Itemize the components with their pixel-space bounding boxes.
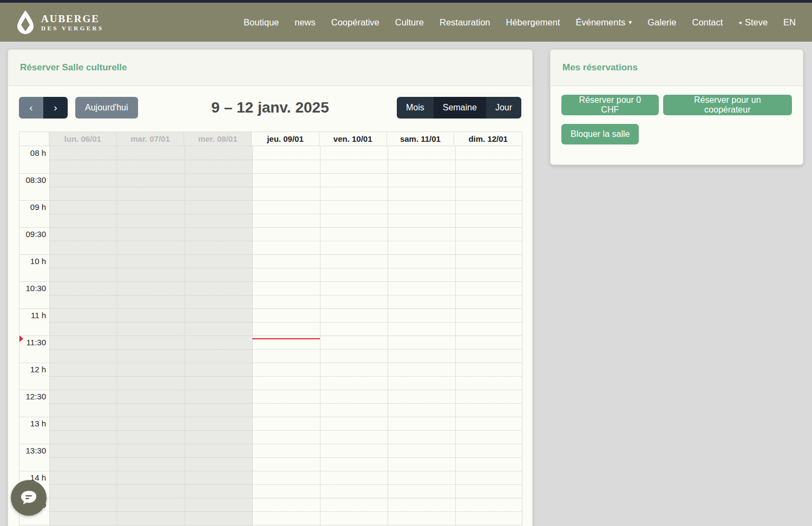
reservations-card-title: Mes réservations bbox=[562, 62, 638, 73]
day-column-5[interactable] bbox=[388, 146, 455, 526]
time-label-7: 11:30 bbox=[19, 338, 46, 347]
nav-item-label: Restauration bbox=[440, 17, 490, 28]
slot-line bbox=[19, 200, 522, 201]
reservations-card-body: Réserver pour 0 CHF Réserver pour un coo… bbox=[551, 86, 803, 155]
brand-line2: DES VERGERS bbox=[41, 25, 104, 31]
day-header-4: ven. 10/01 bbox=[319, 132, 387, 146]
slot-line bbox=[19, 471, 522, 471]
nav-item-label: Coopérative bbox=[331, 17, 379, 28]
day-header-2: mer. 08/01 bbox=[184, 132, 252, 146]
caret-down-icon: ▾ bbox=[628, 18, 632, 26]
slot-minor-line bbox=[49, 160, 522, 160]
nav-item-news[interactable]: news bbox=[294, 17, 316, 28]
slot-line bbox=[19, 498, 522, 498]
nav-menu: BoutiquenewsCoopérativeCultureRestaurati… bbox=[244, 17, 796, 28]
nav-item-label: EN bbox=[783, 17, 796, 28]
view-button-jour[interactable]: Jour bbox=[486, 97, 521, 119]
time-label-6: 11 h bbox=[19, 311, 46, 320]
calendar-card-title: Réserver Salle culturelle bbox=[20, 62, 127, 73]
day-column-1[interactable] bbox=[117, 146, 185, 526]
slot-line bbox=[19, 227, 522, 228]
slot-line bbox=[19, 363, 522, 363]
reserve-0chf-button[interactable]: Réserver pour 0 CHF bbox=[561, 95, 659, 115]
slot-line bbox=[19, 444, 522, 444]
time-label-5: 10:30 bbox=[19, 284, 46, 293]
nav-item-coop-rative[interactable]: Coopérative bbox=[331, 17, 379, 28]
now-indicator-line bbox=[252, 338, 320, 339]
nav-item-en[interactable]: EN bbox=[783, 17, 796, 28]
time-label-1: 08:30 bbox=[19, 175, 46, 185]
slot-minor-line bbox=[49, 187, 522, 187]
today-button[interactable]: Aujourd'hui bbox=[75, 97, 138, 119]
time-label-0: 08 h bbox=[19, 148, 46, 158]
nav-item-boutique[interactable]: Boutique bbox=[244, 17, 279, 28]
slot-minor-line bbox=[49, 268, 522, 268]
time-gutter-header bbox=[19, 132, 49, 146]
slot-minor-line bbox=[49, 484, 522, 485]
nav-item-galerie[interactable]: Galerie bbox=[647, 17, 676, 28]
day-header-6: dim. 12/01 bbox=[454, 132, 522, 146]
nav-item-label: Événements bbox=[576, 17, 626, 28]
slot-line bbox=[19, 173, 522, 174]
view-button-semaine[interactable]: Semaine bbox=[434, 97, 486, 119]
day-header-3: jeu. 09/01 bbox=[252, 132, 319, 146]
my-reservations-card: Mes réservations Réserver pour 0 CHF Rés… bbox=[550, 49, 803, 165]
reservations-card-header: Mes réservations bbox=[551, 50, 803, 86]
day-column-6[interactable] bbox=[455, 146, 522, 526]
main-navbar: AUBERGE DES VERGERS BoutiquenewsCoopérat… bbox=[0, 3, 812, 42]
day-column-3-today[interactable] bbox=[252, 146, 320, 526]
day-column-0[interactable] bbox=[49, 146, 117, 526]
day-column-2[interactable] bbox=[185, 146, 252, 526]
chat-widget-button[interactable] bbox=[11, 480, 47, 516]
now-indicator-arrow bbox=[19, 336, 23, 342]
view-button-mois[interactable]: Mois bbox=[397, 97, 434, 119]
time-grid-body: 08 h08:3009 h09:3010 h10:3011 h11:3012 h… bbox=[19, 146, 522, 526]
block-room-button[interactable]: Bloquer la salle bbox=[561, 124, 639, 144]
nav-item-contact[interactable]: Contact bbox=[692, 17, 723, 28]
nav-item-culture[interactable]: Culture bbox=[395, 17, 424, 28]
view-switcher-group: MoisSemaineJour bbox=[397, 97, 521, 119]
prev-week-button[interactable]: ‹ bbox=[19, 97, 43, 119]
calendar-card-header: Réserver Salle culturelle bbox=[8, 50, 532, 86]
time-label-9: 12:30 bbox=[19, 392, 46, 402]
day-header-1: mar. 07/01 bbox=[117, 132, 185, 146]
nav-item-label: Culture bbox=[395, 17, 424, 28]
time-label-4: 10 h bbox=[19, 257, 46, 266]
slot-minor-line bbox=[49, 214, 522, 214]
slot-minor-line bbox=[49, 241, 522, 241]
nav-item-label: Hébergement bbox=[506, 17, 560, 28]
slot-minor-line bbox=[49, 511, 522, 512]
slot-minor-line bbox=[49, 295, 522, 295]
time-label-8: 12 h bbox=[19, 365, 46, 374]
nav-item-label: Boutique bbox=[244, 17, 279, 28]
day-header-row: lun. 06/01mar. 07/01mer. 08/01jeu. 09/01… bbox=[19, 132, 522, 146]
slot-minor-line bbox=[49, 322, 522, 323]
nav-item-restauration[interactable]: Restauration bbox=[440, 17, 490, 28]
slot-line bbox=[19, 525, 522, 525]
day-column-4[interactable] bbox=[320, 146, 388, 526]
slot-line bbox=[19, 281, 522, 282]
brand-logo[interactable]: AUBERGE DES VERGERS bbox=[15, 10, 104, 35]
slot-line bbox=[19, 254, 522, 255]
slot-minor-line bbox=[49, 457, 522, 458]
nav-item--v-nements[interactable]: Événements▾ bbox=[576, 17, 632, 28]
time-label-10: 13 h bbox=[19, 419, 46, 429]
calendar-toolbar: ‹ › Aujourd'hui 9 – 12 janv. 2025 MoisSe… bbox=[19, 97, 521, 119]
time-label-11: 13:30 bbox=[19, 446, 46, 456]
slot-minor-line bbox=[49, 403, 522, 404]
next-week-button[interactable]: › bbox=[43, 97, 68, 119]
time-label-3: 09:30 bbox=[19, 229, 46, 239]
nav-item-h-bergement[interactable]: Hébergement bbox=[506, 17, 560, 28]
slot-minor-line bbox=[49, 430, 522, 431]
calendar-card-body: ‹ › Aujourd'hui 9 – 12 janv. 2025 MoisSe… bbox=[8, 86, 532, 526]
slot-line bbox=[19, 390, 522, 390]
reserve-cooperator-button[interactable]: Réserver pour un coopérateur bbox=[663, 95, 792, 115]
week-grid: lun. 06/01mar. 07/01mer. 08/01jeu. 09/01… bbox=[19, 132, 522, 526]
slot-line bbox=[19, 308, 522, 309]
nav-item-steve[interactable]: ◂Steve bbox=[738, 17, 768, 28]
slot-minor-line bbox=[49, 349, 522, 350]
nav-item-label: Contact bbox=[692, 17, 723, 28]
time-label-2: 09 h bbox=[19, 202, 46, 212]
chat-bubble-icon bbox=[20, 490, 37, 506]
slot-minor-line bbox=[49, 376, 522, 377]
